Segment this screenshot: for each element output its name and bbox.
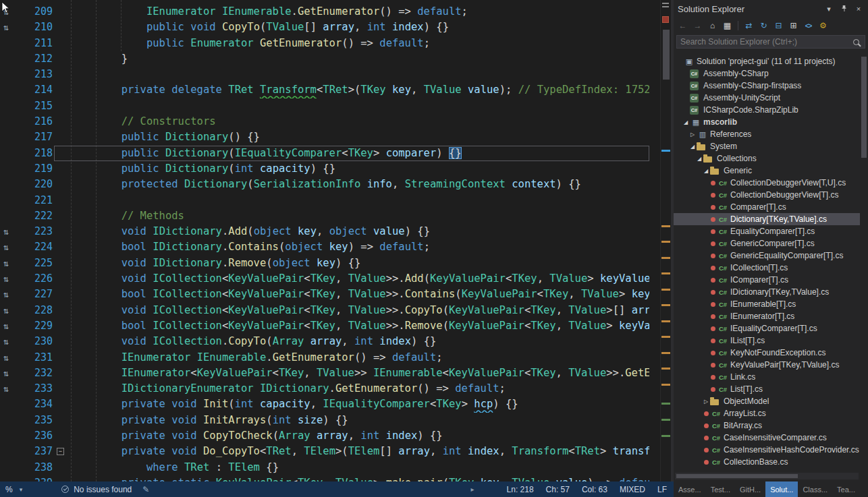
line-number[interactable]: 209 (20, 4, 53, 20)
line-number[interactable]: 227 (20, 287, 53, 302)
tree-item[interactable]: C#CaseInsensitiveComparer.cs (674, 432, 860, 444)
line-number[interactable]: 219 (20, 161, 53, 177)
code-line[interactable]: ⇅229bool ICollection<KeyValuePair<TKey, … (0, 318, 649, 334)
line-number[interactable]: 239 (20, 475, 53, 481)
tree-item[interactable]: C#ICollection[T].cs (674, 262, 860, 274)
code-line[interactable]: 217public Dictionary() {} (0, 129, 649, 145)
search-box[interactable] (676, 35, 865, 49)
tree-item[interactable]: C#Assembly-CSharp (674, 67, 860, 80)
tree-item[interactable]: C#CollectionBase.cs (674, 456, 860, 468)
line-number[interactable]: 234 (20, 397, 53, 412)
split-editor-handle[interactable] (662, 3, 669, 7)
show-all-files-button[interactable]: ⊞ (787, 20, 800, 32)
code-line[interactable]: 220protected Dictionary(SerializationInf… (0, 177, 649, 192)
tree-item[interactable]: C#Assembly-CSharp-firstpass (674, 80, 860, 92)
code-line[interactable]: 214private delegate TRet Transform<TRet>… (0, 82, 649, 98)
line-number[interactable]: 217 (20, 129, 53, 145)
expander-closed-icon[interactable]: ▷ (702, 399, 710, 405)
status-indent-mode[interactable]: MIXED (620, 485, 645, 494)
tree-item[interactable]: C#IEnumerable[T].cs (674, 298, 860, 310)
code-line[interactable]: ⇅228void ICollection<KeyValuePair<TKey, … (0, 303, 649, 318)
code-line[interactable]: 215 (0, 98, 649, 114)
expander-open-icon[interactable]: ◢ (702, 168, 710, 174)
line-number[interactable]: 232 (20, 366, 53, 381)
switch-views-button[interactable]: ▦ (721, 20, 734, 32)
line-number[interactable]: 224 (20, 239, 53, 255)
tree-item[interactable]: C#ArrayList.cs (674, 407, 860, 419)
code-line[interactable]: ⇅230void ICollection.CopyTo(Array array,… (0, 334, 649, 349)
code-line[interactable]: ⇅233IDictionaryEnumerator IDictionary.Ge… (0, 381, 649, 397)
line-number[interactable]: 218 (20, 146, 53, 161)
sync-with-active-document-button[interactable]: ⇄ (742, 20, 755, 32)
home-button[interactable]: ⌂ (706, 20, 719, 32)
code-line[interactable]: ⇅231IEnumerator IEnumerable.GetEnumerato… (0, 350, 649, 366)
line-number[interactable]: 228 (20, 303, 53, 318)
code-line[interactable]: 212} (0, 51, 649, 67)
line-number[interactable]: 236 (20, 428, 53, 444)
line-number[interactable]: 229 (20, 318, 53, 334)
code-lines[interactable]: ⇅209IEnumerator IEnumerable.GetEnumerato… (0, 4, 649, 481)
tree-item[interactable]: ▷ObjectModel (674, 395, 860, 407)
code-line[interactable]: 211public Enumerator GetEnumerator() => … (0, 36, 649, 51)
tree-item[interactable]: C#Dictionary[TKey,TValue].cs (674, 213, 860, 225)
line-number[interactable]: 220 (20, 177, 53, 192)
tree-item[interactable]: C#CollectionDebuggerView[T,U].cs (674, 177, 860, 189)
code-line[interactable]: ⇅226void ICollection<KeyValuePair<TKey, … (0, 271, 649, 287)
line-number[interactable]: 216 (20, 114, 53, 129)
window-position-icon[interactable]: ▾ (823, 5, 834, 13)
line-number[interactable]: 233 (20, 381, 53, 397)
code-line[interactable]: 221 (0, 193, 649, 208)
tree-item[interactable]: ▷▥References (674, 128, 860, 140)
refresh-button[interactable]: ↻ (757, 20, 770, 32)
line-number[interactable]: 235 (20, 413, 53, 428)
expander-closed-icon[interactable]: ▷ (688, 131, 697, 138)
tree-item[interactable]: C#IEnumerator[T].cs (674, 310, 860, 322)
line-number[interactable]: 214 (20, 82, 53, 98)
tool-window-tab[interactable]: Test... (706, 481, 735, 497)
close-icon[interactable]: × (853, 5, 864, 13)
line-number[interactable]: 231 (20, 350, 53, 366)
tree-item[interactable]: C#IComparer[T].cs (674, 274, 860, 286)
line-number[interactable]: 215 (20, 98, 53, 114)
code-line[interactable]: ⇅223void IDictionary.Add(object key, obj… (0, 224, 649, 239)
line-number[interactable]: 210 (20, 20, 53, 35)
code-line[interactable]: 216// Constructors (0, 114, 649, 129)
code-line[interactable]: ⇅209IEnumerator IEnumerable.GetEnumerato… (0, 4, 649, 20)
line-number[interactable]: 238 (20, 460, 53, 475)
code-line[interactable]: ⇅224bool IDictionary.Contains(object key… (0, 239, 649, 255)
line-number[interactable]: 212 (20, 51, 53, 67)
tree-item[interactable]: ◢▦mscorlib (674, 116, 860, 128)
code-line[interactable]: 238where TRet : TElem {} (0, 460, 649, 475)
line-number[interactable]: 226 (20, 271, 53, 287)
pin-icon[interactable] (838, 5, 849, 13)
code-line[interactable]: ⇅232IEnumerator<KeyValuePair<TKey, TValu… (0, 366, 649, 381)
tree-item[interactable]: C#ICSharpCode.SharpZipLib (674, 104, 860, 116)
code-line[interactable]: 218public Dictionary(IEqualityComparer<T… (0, 146, 649, 161)
tree-item[interactable]: ◢System (674, 140, 860, 152)
search-icon[interactable] (853, 39, 859, 45)
code-line[interactable]: 237private void Do_CopyTo<TRet, TElem>(T… (0, 444, 649, 459)
line-number[interactable]: 211 (20, 36, 53, 51)
tree-item[interactable]: C#GenericComparer[T].cs (674, 237, 860, 250)
back-button[interactable]: ← (676, 20, 689, 32)
code-line[interactable]: 222// Methods (0, 208, 649, 224)
code-line[interactable]: 213 (0, 67, 649, 82)
tool-window-tab[interactable]: Solut... (765, 481, 798, 497)
fold-collapse-button[interactable]: − (57, 448, 64, 455)
tree-item[interactable]: ▣Solution 'project-gui' (11 of 11 projec… (674, 55, 860, 67)
code-line[interactable]: 239private static KeyValuePair<TKey, TVa… (0, 475, 649, 481)
tree-item[interactable]: C#IDictionary[TKey,TValue].cs (674, 286, 860, 298)
tool-window-tab[interactable]: Asse... (674, 481, 706, 497)
tree-item[interactable]: C#IList[T].cs (674, 334, 860, 347)
code-line[interactable]: 235private void InitArrays(int size) {} (0, 413, 649, 428)
tree-item[interactable]: C#KeyValuePair[TKey,TValue].cs (674, 359, 860, 371)
tree-hscrollbar-thumb[interactable] (676, 474, 798, 478)
scrollbar-thumb[interactable] (663, 30, 670, 80)
solution-explorer-titlebar[interactable]: Solution Explorer ▾ × (674, 0, 868, 18)
expander-open-icon[interactable]: ◢ (682, 119, 690, 125)
tree-item[interactable]: C#Link.cs (674, 371, 860, 383)
tree-vertical-scrollbar[interactable] (860, 51, 868, 471)
tree-scrollbar-thumb[interactable] (861, 57, 867, 158)
properties-button[interactable]: ⚙ (817, 20, 830, 32)
tool-window-tab[interactable]: Tea... (832, 481, 860, 497)
